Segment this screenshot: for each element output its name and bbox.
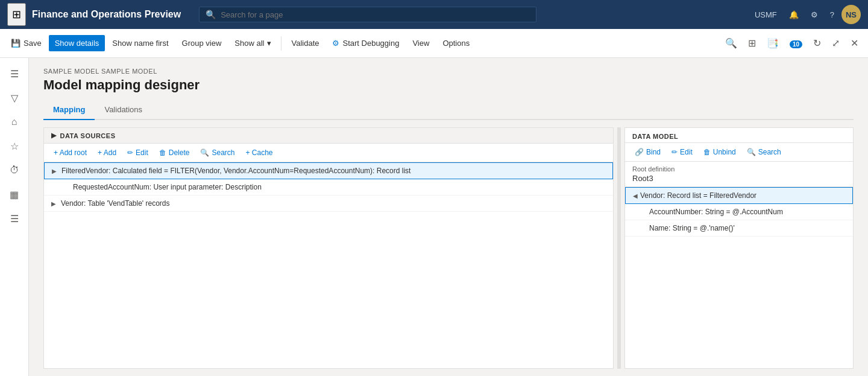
data-sources-header: ▶ DATA SOURCES [44,128,613,144]
leaf-icon [61,182,71,192]
tree-item-text: FilteredVendor: Calculated field = FILTE… [61,167,410,175]
dm-leaf-icon-2 [640,223,649,233]
dm-edit-label: Edit [680,148,693,156]
ds-search-label: Search [212,148,234,157]
notification-button[interactable]: 🔔 [784,7,804,23]
app-layout: ☰ ▽ ⌂ ☆ ⏱ ▦ ☰ SAMPLE MODEL SAMPLE MODEL … [0,58,868,376]
sidebar-menu-button[interactable]: ☰ [4,63,25,84]
data-model-header: DATA MODEL [625,128,853,143]
app-grid-button[interactable]: ⊞ [7,3,26,26]
dm-leaf-icon [640,207,649,217]
dm-search-button[interactable]: 🔍 Search [742,145,786,159]
page-title: Model mapping designer [43,77,854,93]
dm-item[interactable]: ◀ Vendor: Record list = FilteredVendor [625,187,853,204]
tree-item[interactable]: ▶ Vendor: Table 'VendTable' records [44,196,613,212]
sidebar-home-button[interactable]: ⌂ [4,111,25,133]
delete-button[interactable]: 🗑 Delete [154,146,195,159]
avatar[interactable]: NS [841,5,861,24]
validate-button[interactable]: Validate [285,35,325,51]
tree-item[interactable]: ▶ FilteredVendor: Calculated field = FIL… [44,162,613,179]
expand-left-icon[interactable]: ▶ [51,132,57,139]
edit-label: Edit [136,148,148,157]
data-model-content: ◀ Vendor: Record list = FilteredVendor A… [625,187,853,368]
tree-item[interactable]: RequestedAccountNum: User input paramete… [44,179,613,196]
unbind-button[interactable]: 🗑 Unbind [699,145,741,159]
start-debugging-label: Start Debugging [342,39,399,48]
app-title: Finance and Operations Preview [32,9,181,20]
top-navigation: ⊞ Finance and Operations Preview 🔍 USMF … [0,0,868,29]
root-definition-section: Root definition Root3 [625,162,853,187]
search-icon-ds: 🔍 [200,148,209,157]
sidebar-favorites-button[interactable]: ☆ [4,135,25,157]
dm-edit-button[interactable]: ✏ Edit [667,145,697,159]
show-name-button[interactable]: Show name first [106,35,174,51]
show-details-button[interactable]: Show details [49,35,105,51]
data-sources-panel: ▶ DATA SOURCES + Add root + Add ✏ Edit 🗑… [43,127,614,369]
dm-search-label: Search [758,148,781,156]
tabs-bar: Mapping Validations [43,100,854,120]
data-sources-title: DATA SOURCES [60,132,116,139]
dm-collapse-icon[interactable]: ◀ [631,191,640,200]
show-all-button[interactable]: Show all ▾ [228,35,277,51]
tab-mapping-label: Mapping [53,105,85,114]
data-sources-content: ▶ FilteredVendor: Calculated field = FIL… [44,162,613,368]
view-button[interactable]: View [406,35,435,51]
start-debugging-button[interactable]: ⚙ Start Debugging [326,35,405,51]
validate-label: Validate [291,39,319,48]
pencil-icon: ✏ [127,148,133,157]
tab-validations-label: Validations [104,105,142,114]
data-model-panel: DATA MODEL 🔗 Bind ✏ Edit 🗑 Unbind [624,127,854,369]
tab-validations[interactable]: Validations [95,100,152,120]
edit-button[interactable]: ✏ Edit [122,146,153,159]
data-model-title: DATA MODEL [632,133,678,140]
bookmark-button[interactable]: 📑 [762,34,784,53]
show-all-label: Show all [234,39,264,48]
usmf-button[interactable]: USMF [750,7,782,23]
delete-label: Delete [169,148,190,157]
top-nav-right-actions: USMF 🔔 ⚙ ? NS [750,5,861,24]
dm-item[interactable]: AccountNumber: String = @.AccountNum [625,204,853,220]
ds-search-button[interactable]: 🔍 Search [195,146,239,159]
show-name-label: Show name first [112,39,168,48]
dm-item-text: AccountNumber: String = @.AccountNum [649,208,783,216]
dm-item[interactable]: Name: String = @.'name()' [625,220,853,237]
connected-icon-button[interactable]: ⊞ [743,34,761,53]
group-view-button[interactable]: Group view [176,35,228,51]
badge-button[interactable]: 10 [785,34,807,53]
group-view-label: Group view [182,39,222,48]
unbind-icon: 🗑 [703,148,711,156]
add-root-button[interactable]: + Add root [49,146,92,159]
debug-icon: ⚙ [332,39,339,48]
settings-button[interactable]: ⚙ [806,7,823,23]
help-button[interactable]: ? [825,7,839,23]
options-button[interactable]: Options [436,35,476,51]
sidebar-recent-button[interactable]: ⏱ [4,159,25,181]
sidebar: ☰ ▽ ⌂ ☆ ⏱ ▦ ☰ [0,58,29,376]
bind-button[interactable]: 🔗 Bind [630,145,665,159]
view-label: View [412,39,429,48]
close-button[interactable]: ✕ [846,34,863,53]
sidebar-modules-button[interactable]: ☰ [4,208,25,229]
split-pane: ▶ DATA SOURCES + Add root + Add ✏ Edit 🗑… [29,120,868,376]
collapse-icon[interactable]: ▶ [49,166,59,176]
global-search-input[interactable] [221,10,530,19]
expand-icon[interactable]: ▶ [49,199,58,208]
tab-mapping[interactable]: Mapping [43,100,95,120]
search-cmd-button[interactable]: 🔍 [720,34,742,53]
refresh-button[interactable]: ↻ [808,34,826,53]
dm-item-text: Name: String = @.'name()' [649,224,735,232]
cache-button[interactable]: + Cache [241,146,277,159]
data-model-toolbar: 🔗 Bind ✏ Edit 🗑 Unbind 🔍 Search [625,143,853,162]
dm-item-text: Vendor: Record list = FilteredVendor [640,191,756,200]
add-button[interactable]: + Add [93,146,121,159]
sidebar-filter-button[interactable]: ▽ [4,87,25,109]
tree-item-text: RequestedAccountNum: User input paramete… [73,183,262,191]
command-bar: 💾 Save Show details Show name first Grou… [0,29,868,58]
sidebar-workspaces-button[interactable]: ▦ [4,183,25,205]
popout-button[interactable]: ⤢ [827,34,844,53]
resize-handle[interactable] [617,127,621,369]
options-label: Options [442,39,470,48]
notification-badge: 10 [790,40,802,48]
save-button[interactable]: 💾 Save [5,35,48,51]
global-search-box[interactable]: 🔍 [199,7,536,22]
